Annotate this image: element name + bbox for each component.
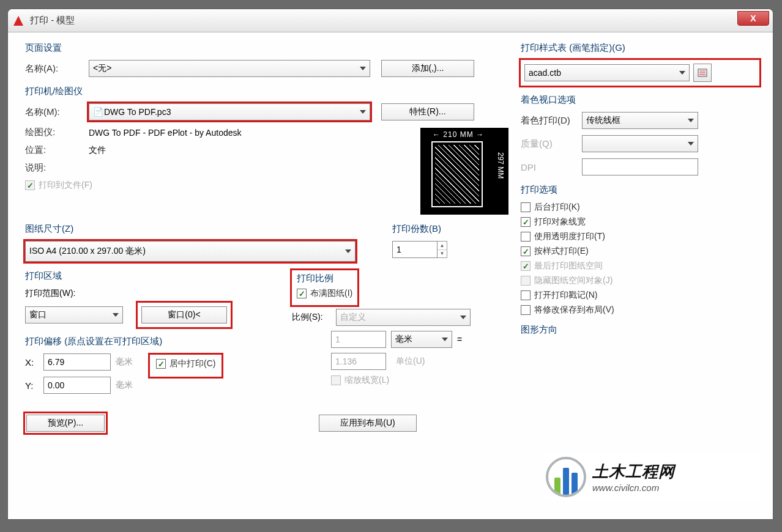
- orientation-heading: 图形方向: [521, 324, 759, 336]
- center-plot-checkbox[interactable]: 居中打印(C): [156, 358, 215, 369]
- quality-label: 质量(Q): [521, 138, 582, 150]
- window-button[interactable]: 窗口(0)<: [141, 306, 227, 323]
- checkbox-icon: [521, 305, 531, 315]
- plot-range-select[interactable]: 窗口: [25, 306, 123, 323]
- quality-select: [582, 135, 698, 152]
- orientation-group: 图形方向: [521, 324, 759, 336]
- page-name-value: <无>: [93, 63, 111, 74]
- shade-viewport-group: 着色视口选项 着色打印(D) 传统线框 质量(Q) DPI: [521, 94, 759, 175]
- plot-style-group: 打印样式表 (画笔指定)(G) acad.ctb: [521, 42, 759, 86]
- right-column: 打印样式表 (画笔指定)(G) acad.ctb 着色视口选项 着色打印(D) …: [521, 42, 759, 514]
- titlebar: 打印 - 模型 X: [8, 9, 773, 32]
- page-setup-group: 页面设置 名称(A): <无> 添加(,)...: [25, 42, 508, 77]
- dpi-input: [582, 158, 698, 175]
- checkbox-icon: [521, 290, 531, 300]
- copies-input[interactable]: [392, 241, 438, 258]
- paper-preview: ← 210 MM → 297 MM: [420, 128, 508, 215]
- scale-unit-select[interactable]: 毫米: [391, 331, 452, 348]
- copies-spinner[interactable]: ▲▼: [438, 241, 447, 258]
- page-setup-heading: 页面设置: [25, 42, 508, 54]
- edit-style-button[interactable]: [693, 64, 712, 82]
- plot-style-value: acad.ctb: [529, 68, 561, 78]
- scale-label: 比例(S):: [292, 312, 331, 323]
- checkbox-icon: [521, 246, 531, 256]
- printer-heading: 打印机/绘图仪: [25, 86, 508, 97]
- paper-size-value: ISO A4 (210.00 x 297.00 毫米): [29, 246, 146, 257]
- app-icon: [12, 14, 25, 28]
- plot-options-group: 打印选项 后台打印(K) 打印对象线宽 使用透明度打印(T) 按样式打印(E) …: [521, 184, 759, 316]
- paper-size-heading: 图纸尺寸(Z): [25, 223, 368, 235]
- checkbox-icon: [297, 289, 307, 298]
- dpi-label: DPI: [521, 162, 582, 172]
- opt-hide-paperspace: 隐藏图纸空间对象(J): [521, 275, 759, 286]
- shade-plot-label: 着色打印(D): [521, 115, 582, 127]
- watermark-en: www.civilcn.com: [592, 482, 675, 493]
- fit-to-paper-checkbox[interactable]: 布满图纸(I): [297, 288, 352, 299]
- printer-props-button[interactable]: 特性(R)...: [381, 103, 474, 120]
- plot-scale-heading: 打印比例: [297, 273, 352, 284]
- left-column: 页面设置 名称(A): <无> 添加(,)... 打印机/绘图仪: [25, 42, 508, 514]
- opt-transparency[interactable]: 使用透明度打印(T): [521, 231, 759, 242]
- copies-group: 打印份数(B) ▲▼: [392, 223, 447, 262]
- checkbox-icon: [521, 202, 531, 212]
- printer-name-value: DWG To PDF.pc3: [104, 107, 171, 117]
- dialog-content: 页面设置 名称(A): <无> 添加(,)... 打印机/绘图仪: [8, 32, 773, 519]
- opt-paperspace-last: 最后打印图纸空间: [521, 260, 759, 272]
- plot-style-heading: 打印样式表 (画笔指定)(G): [521, 42, 759, 54]
- printer-group: 打印机/绘图仪 名称(M): 📄 DWG To PDF.pc3 特性(R)...: [25, 86, 508, 215]
- shade-plot-select[interactable]: 传统线框: [582, 112, 698, 129]
- plot-range-value: 窗口: [29, 309, 47, 320]
- plot-style-select[interactable]: acad.ctb: [524, 64, 690, 81]
- checkbox-icon: [25, 180, 35, 190]
- close-button[interactable]: X: [737, 11, 769, 26]
- opt-plot-stamp[interactable]: 打开打印戳记(N): [521, 290, 759, 301]
- printer-name-label: 名称(M):: [25, 106, 89, 118]
- checkbox-icon: [156, 359, 166, 369]
- plot-scale-group: 打印比例 布满图纸(I) 比例(S): 自定义: [292, 270, 500, 386]
- apply-to-layout-button[interactable]: 应用到布局(U): [319, 415, 417, 432]
- plotter-value: DWG To PDF - PDF ePlot - by Autodesk: [89, 128, 241, 138]
- page-name-select[interactable]: <无>: [89, 60, 370, 77]
- preview-button[interactable]: 预览(P)...: [26, 415, 105, 432]
- checkbox-icon: [521, 261, 531, 271]
- preview-width: ← 210 MM →: [433, 130, 484, 139]
- offset-x-unit: 毫米: [116, 357, 138, 368]
- units-label: 单位(U): [396, 356, 425, 367]
- checkbox-icon: [521, 276, 531, 286]
- paper-size-group: 图纸尺寸(Z) ISO A4 (210.00 x 297.00 毫米): [25, 223, 368, 262]
- opt-background[interactable]: 后台打印(K): [521, 202, 759, 213]
- scale-lineweight-checkbox: 缩放线宽(L): [292, 375, 500, 386]
- plotter-label: 绘图仪:: [25, 127, 89, 138]
- checkbox-icon: [521, 232, 531, 242]
- preview-height: 297 MM: [496, 152, 505, 179]
- opt-plot-styles[interactable]: 按样式打印(E): [521, 246, 759, 257]
- offset-x-input[interactable]: [43, 353, 111, 371]
- offset-y-input[interactable]: [43, 377, 111, 394]
- add-button[interactable]: 添加(,)...: [381, 60, 474, 77]
- plot-area-heading: 打印区域: [25, 270, 270, 282]
- watermark-text: 土木工程网 www.civilcn.com: [592, 461, 675, 493]
- offset-y-label: Y:: [25, 380, 39, 391]
- scale-den-input: [331, 353, 386, 370]
- opt-save-layout[interactable]: 将修改保存到布局(V): [521, 305, 759, 316]
- plot-to-file-checkbox[interactable]: 打印到文件(F): [25, 180, 414, 191]
- watermark-logo-icon: [546, 457, 586, 497]
- checkbox-icon: [331, 375, 341, 385]
- plot-offset-group: 打印偏移 (原点设置在可打印区域) X: 毫米 Y:: [25, 336, 270, 400]
- window-title: 打印 - 模型: [30, 15, 75, 26]
- page-name-label: 名称(A):: [25, 63, 89, 75]
- copies-heading: 打印份数(B): [392, 223, 447, 235]
- offset-y-unit: 毫米: [116, 380, 138, 391]
- offset-x-label: X:: [25, 357, 39, 368]
- printer-name-select[interactable]: 📄 DWG To PDF.pc3: [89, 103, 370, 120]
- opt-lineweights[interactable]: 打印对象线宽: [521, 216, 759, 227]
- plot-options-heading: 打印选项: [521, 184, 759, 196]
- shade-heading: 着色视口选项: [521, 94, 759, 106]
- plot-offset-heading: 打印偏移 (原点设置在可打印区域): [25, 336, 270, 347]
- watermark: 土木工程网 www.civilcn.com: [546, 453, 760, 501]
- watermark-cn: 土木工程网: [592, 461, 675, 482]
- scale-select: 自定义: [336, 309, 471, 326]
- plot-area-group: 打印区域 打印范围(W): 窗口 窗口(0)<: [25, 270, 270, 327]
- paper-size-select[interactable]: ISO A4 (210.00 x 297.00 毫米): [25, 241, 356, 262]
- scale-num-input: [331, 331, 386, 348]
